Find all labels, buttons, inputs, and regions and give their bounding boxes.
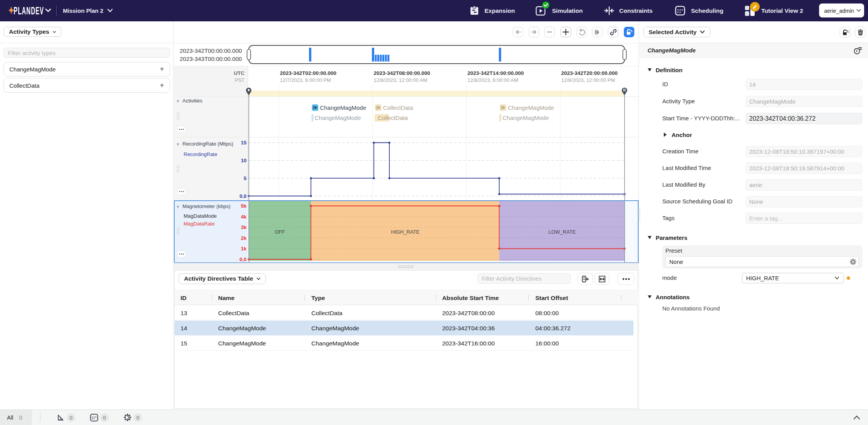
svg-text:2023-342T20:00:00.000: 2023-342T20:00:00.000 (561, 70, 618, 76)
svg-text:ChangeMagMode: ChangeMagMode (320, 104, 366, 111)
svg-text:CollectData: CollectData (378, 114, 408, 121)
svg-text:1k: 1k (241, 246, 247, 252)
svg-text:▾: ▾ (177, 98, 179, 104)
svg-text:2023-343T00:00:00.000: 2023-343T00:00:00.000 (180, 56, 242, 62)
svg-text:ChangeMagMode: ChangeMagMode (315, 114, 361, 121)
svg-text:MagDataRate: MagDataRate (184, 221, 215, 227)
svg-text:RecordingRate: RecordingRate (184, 151, 217, 157)
svg-text:10: 10 (241, 158, 247, 163)
svg-text:UTC: UTC (234, 70, 245, 76)
svg-text:OFF: OFF (275, 229, 285, 235)
svg-text:5: 5 (244, 175, 247, 181)
svg-text:ChangeMagMode: ChangeMagMode (503, 114, 549, 121)
svg-text:2023-342T14:00:00.000: 2023-342T14:00:00.000 (467, 70, 524, 76)
svg-text:4k: 4k (241, 214, 247, 220)
svg-text:LOW_RATE: LOW_RATE (549, 229, 576, 235)
svg-text:2023-342T00:00:00.000: 2023-342T00:00:00.000 (180, 47, 242, 54)
svg-text:PST: PST (235, 77, 245, 83)
svg-text:5k: 5k (241, 203, 247, 209)
svg-text:3k: 3k (241, 224, 247, 230)
svg-text:MagDataMode: MagDataMode (184, 213, 217, 219)
svg-text:HIGH_RATE: HIGH_RATE (391, 229, 420, 235)
svg-text:15: 15 (241, 140, 247, 146)
svg-text:CollectData: CollectData (383, 104, 413, 111)
svg-text:12/8/2023, 12:00:00 PM: 12/8/2023, 12:00:00 PM (561, 77, 615, 83)
svg-text:▾: ▾ (177, 141, 179, 147)
svg-text:▾: ▾ (177, 204, 179, 210)
svg-text:Magnetometer (kbps): Magnetometer (kbps) (182, 203, 231, 209)
svg-text:12/8/2023, 6:00:00 AM: 12/8/2023, 6:00:00 AM (467, 77, 518, 83)
svg-text:0.0: 0.0 (240, 193, 247, 199)
svg-text:2023-342T08:00:00.000: 2023-342T08:00:00.000 (374, 70, 431, 76)
svg-text:ChangeMagMode: ChangeMagMode (508, 104, 554, 111)
svg-text:Activities: Activities (182, 98, 203, 104)
svg-text:0.0: 0.0 (240, 257, 247, 262)
svg-text:2023-342T02:00:00.000: 2023-342T02:00:00.000 (280, 70, 337, 76)
svg-text:2k: 2k (241, 235, 247, 241)
svg-text:12/8/2023, 12:00:00 AM: 12/8/2023, 12:00:00 AM (374, 77, 427, 83)
svg-text:12/7/2023, 6:00:00 PM: 12/7/2023, 6:00:00 PM (280, 77, 331, 83)
svg-text:RecordingRate (Mbps): RecordingRate (Mbps) (182, 141, 233, 147)
